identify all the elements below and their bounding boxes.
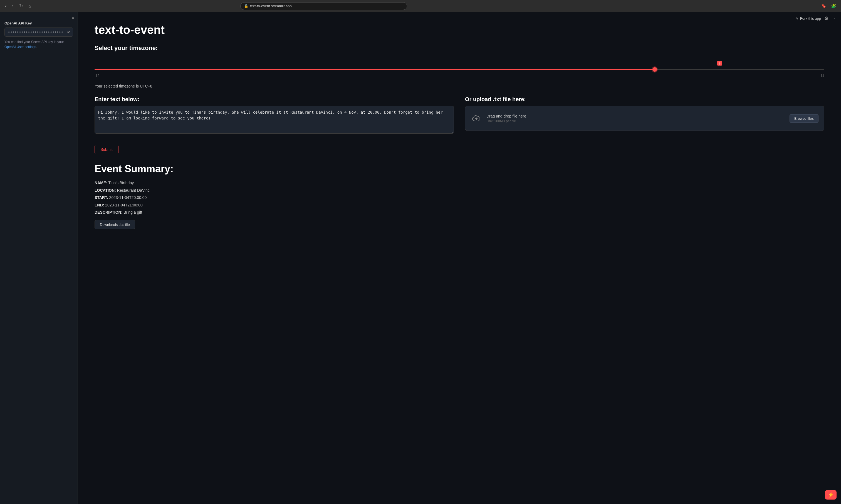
- back-button[interactable]: ‹: [3, 2, 8, 10]
- slider-track: [95, 67, 824, 72]
- api-key-label: OpenAI API Key: [4, 21, 73, 25]
- reload-button[interactable]: ↻: [18, 2, 24, 10]
- event-field-row: LOCATION: Restaurant DaVinci: [95, 187, 824, 194]
- url-text: text-to-event.streamlit.app: [250, 4, 292, 8]
- text-input-col: Enter text below: Hi Johny, I would like…: [95, 96, 454, 135]
- address-bar: 🔒 text-to-event.streamlit.app: [240, 2, 407, 10]
- upload-cloud-icon: [471, 113, 482, 124]
- fork-icon: ⑂: [796, 16, 799, 21]
- upload-col-heading: Or upload .txt file here:: [465, 96, 824, 103]
- sidebar-close-button[interactable]: ×: [72, 16, 74, 21]
- streamlit-topbar: ⑂ Fork this app ⚙ ⋮: [792, 12, 841, 24]
- menu-button[interactable]: ⋮: [832, 16, 837, 21]
- lock-icon: 🔒: [244, 4, 248, 8]
- timezone-heading: Select your timezone:: [95, 44, 824, 52]
- api-key-input-wrap: 👁: [4, 28, 73, 37]
- slider-min-label: -12: [95, 74, 99, 78]
- timezone-slider-container: 8 -12 14: [95, 58, 824, 80]
- page-title: text-to-event: [95, 23, 824, 37]
- openai-settings-link[interactable]: OpenAI User settings: [4, 45, 36, 49]
- github-button[interactable]: ⚙: [824, 16, 828, 21]
- main-content: text-to-event Select your timezone: 8 -1…: [78, 12, 841, 504]
- event-summary-heading: Event Summary:: [95, 163, 824, 175]
- forward-button[interactable]: ›: [10, 2, 15, 10]
- sidebar: × OpenAI API Key 👁 You can find your Sec…: [0, 12, 78, 504]
- api-key-input[interactable]: [4, 28, 73, 37]
- timezone-slider[interactable]: [95, 69, 824, 70]
- timezone-result: Your selected timezone is UTC+8: [95, 84, 824, 88]
- streamlit-badge[interactable]: ⚡: [825, 490, 837, 500]
- browser-actions: 🔖 🧩: [820, 3, 838, 10]
- extensions-button[interactable]: 🧩: [829, 3, 838, 10]
- upload-sub-text: Limit 200MB per file: [486, 119, 785, 123]
- event-field-row: START: 2023-11-04T20:00:00: [95, 194, 824, 201]
- download-ics-button[interactable]: Downloads .ics file: [95, 220, 135, 229]
- two-col-layout: Enter text below: Hi Johny, I would like…: [95, 96, 824, 135]
- event-field-row: END: 2023-11-04T21:00:00: [95, 201, 824, 209]
- fork-button[interactable]: ⑂ Fork this app: [796, 16, 821, 21]
- text-input-area[interactable]: Hi Johny, I would like to invite you to …: [95, 106, 454, 133]
- toggle-visibility-button[interactable]: 👁: [67, 30, 71, 34]
- slider-max-label: 14: [821, 74, 824, 78]
- slider-value-bubble-wrap: 8: [95, 61, 824, 66]
- sidebar-hint: You can find your Secret API key in your…: [4, 39, 73, 50]
- submit-button[interactable]: Submit: [95, 145, 119, 154]
- event-field-row: NAME: Tina's Birthday: [95, 179, 824, 187]
- slider-value-bubble: 8: [717, 61, 722, 66]
- upload-col: Or upload .txt file here: Drag and drop …: [465, 96, 824, 135]
- text-col-heading: Enter text below:: [95, 96, 454, 103]
- slider-labels: -12 14: [95, 74, 824, 78]
- event-fields: NAME: Tina's BirthdayLOCATION: Restauran…: [95, 179, 824, 216]
- bookmark-button[interactable]: 🔖: [820, 3, 828, 10]
- upload-main-text: Drag and drop file here: [486, 114, 785, 119]
- browser-chrome: ‹ › ↻ ⌂ 🔒 text-to-event.streamlit.app 🔖 …: [0, 0, 841, 12]
- home-button[interactable]: ⌂: [27, 2, 33, 10]
- upload-drop-zone[interactable]: Drag and drop file here Limit 200MB per …: [465, 106, 824, 131]
- upload-text-col: Drag and drop file here Limit 200MB per …: [486, 114, 785, 123]
- browse-files-button[interactable]: Browse files: [790, 114, 819, 123]
- app-layout: × OpenAI API Key 👁 You can find your Sec…: [0, 12, 841, 504]
- event-field-row: DESCRIPTION: Bring a gift: [95, 209, 824, 216]
